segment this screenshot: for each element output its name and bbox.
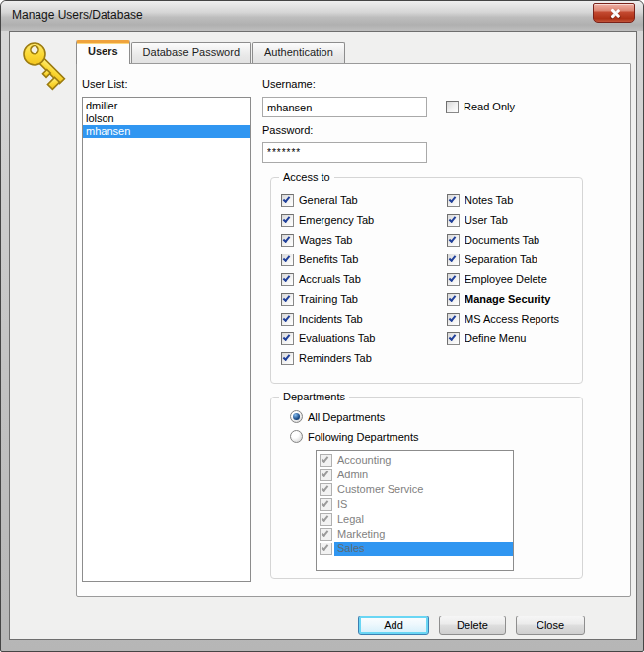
checkbox-icon[interactable]	[320, 513, 332, 526]
checkbox-icon[interactable]	[320, 498, 332, 511]
dialog-window: Manage Users/Database UsersDatabase	[0, 0, 644, 652]
department-item[interactable]: Marketing	[317, 527, 513, 542]
checkbox-icon[interactable]	[320, 528, 332, 541]
user-list-item[interactable]: mhansen	[83, 125, 250, 138]
department-label: Legal	[334, 512, 513, 527]
access-option-wages-tab[interactable]: Wages Tab	[281, 234, 375, 247]
user-list-item[interactable]: lolson	[83, 112, 250, 125]
checkbox-label: Incidents Tab	[299, 313, 363, 326]
checkbox-icon[interactable]	[281, 313, 294, 326]
radio-icon[interactable]	[290, 410, 303, 423]
read-only-option[interactable]: Read Only	[446, 101, 515, 113]
access-option-notes-tab[interactable]: Notes Tab	[447, 194, 559, 207]
key-icon	[20, 39, 71, 99]
access-option-separation-tab[interactable]: Separation Tab	[447, 254, 559, 266]
checkbox-icon[interactable]	[447, 313, 460, 326]
checkbox-icon[interactable]	[447, 234, 460, 247]
department-item[interactable]: Customer Service	[317, 482, 513, 497]
checkmark-icon	[283, 215, 291, 223]
checkbox-label: Training Tab	[299, 293, 358, 306]
radio-label: All Departments	[308, 411, 385, 423]
checkbox-icon[interactable]	[281, 273, 294, 286]
department-item[interactable]: Admin	[317, 468, 513, 482]
department-item[interactable]: Legal	[317, 512, 513, 527]
department-label: Admin	[334, 468, 513, 482]
checkbox-icon[interactable]	[447, 254, 460, 266]
title-bar: Manage Users/Database	[1, 1, 643, 31]
checkbox-icon[interactable]	[281, 194, 294, 207]
tab-database-password[interactable]: Database Password	[131, 42, 251, 63]
checkbox-icon[interactable]	[281, 254, 294, 266]
access-col-left: General TabEmergency TabWages TabBenefit…	[281, 194, 375, 372]
checkbox-label: Emergency Tab	[299, 214, 374, 227]
access-option-reminders-tab[interactable]: Reminders Tab	[281, 352, 375, 365]
checkbox-icon[interactable]	[320, 454, 332, 467]
access-group-title: Access to	[279, 171, 334, 182]
access-option-benefits-tab[interactable]: Benefits Tab	[281, 254, 375, 266]
access-option-emergency-tab[interactable]: Emergency Tab	[281, 214, 375, 227]
access-option-general-tab[interactable]: General Tab	[281, 194, 375, 207]
username-label: Username:	[262, 78, 316, 90]
access-option-accruals-tab[interactable]: Accruals Tab	[281, 273, 375, 286]
checkbox-icon[interactable]	[281, 234, 294, 247]
checkmark-icon	[449, 314, 457, 322]
checkmark-icon	[322, 499, 329, 507]
checkbox-icon[interactable]	[320, 469, 332, 481]
radio-option-following-departments[interactable]: Following Departments	[290, 430, 419, 443]
checkbox-icon[interactable]	[447, 194, 460, 207]
tab-authentication[interactable]: Authentication	[252, 42, 345, 63]
access-option-manage-security[interactable]: Manage Security	[447, 293, 559, 306]
read-only-label: Read Only	[464, 101, 515, 113]
department-item[interactable]: IS	[317, 497, 513, 512]
password-label: Password:	[262, 124, 313, 136]
access-option-training-tab[interactable]: Training Tab	[281, 293, 375, 306]
delete-button[interactable]: Delete	[439, 616, 506, 635]
close-button[interactable]	[593, 3, 635, 23]
add-button[interactable]: Add	[358, 616, 429, 635]
checkbox-icon[interactable]	[447, 332, 460, 345]
user-list-item[interactable]: dmiller	[83, 100, 250, 112]
checkmark-icon	[322, 484, 329, 492]
username-input[interactable]	[262, 97, 427, 117]
password-input[interactable]	[262, 142, 427, 163]
access-option-evaluations-tab[interactable]: Evaluations Tab	[281, 332, 375, 345]
checkmark-icon	[449, 215, 457, 223]
checkmark-icon	[449, 254, 457, 262]
checkbox-label: General Tab	[299, 194, 358, 207]
read-only-checkbox[interactable]	[446, 101, 459, 113]
close-dialog-button[interactable]: Close	[516, 616, 585, 635]
checkbox-icon[interactable]	[320, 543, 332, 555]
checkbox-label: Employee Delete	[465, 273, 547, 286]
checkbox-icon[interactable]	[281, 293, 294, 306]
access-option-user-tab[interactable]: User Tab	[447, 214, 559, 227]
checkbox-label: Notes Tab	[465, 194, 513, 207]
checkmark-icon	[449, 195, 457, 203]
checkbox-icon[interactable]	[281, 332, 294, 345]
checkbox-icon[interactable]	[447, 273, 460, 286]
radio-option-all-departments[interactable]: All Departments	[290, 410, 419, 423]
departments-list[interactable]: AccountingAdminCustomer ServiceISLegalMa…	[316, 450, 514, 571]
department-item[interactable]: Accounting	[317, 453, 513, 468]
department-label: Marketing	[334, 527, 513, 542]
user-list[interactable]: dmillerlolsonmhansen	[82, 97, 251, 582]
access-option-ms-access-reports[interactable]: MS Access Reports	[447, 313, 559, 326]
departments-group-title: Departments	[279, 391, 349, 402]
checkmark-icon	[283, 314, 291, 322]
checkbox-icon[interactable]	[320, 483, 332, 496]
checkmark-icon	[449, 235, 457, 243]
access-option-incidents-tab[interactable]: Incidents Tab	[281, 313, 375, 326]
access-option-employee-delete[interactable]: Employee Delete	[447, 273, 559, 286]
checkbox-icon[interactable]	[281, 214, 294, 227]
department-item[interactable]: Sales	[317, 542, 513, 556]
radio-icon[interactable]	[290, 430, 303, 443]
access-option-define-menu[interactable]: Define Menu	[447, 332, 559, 345]
checkbox-icon[interactable]	[447, 214, 460, 227]
department-label: Sales	[334, 542, 513, 556]
checkbox-icon[interactable]	[281, 352, 294, 365]
checkmark-icon	[283, 235, 291, 243]
checkbox-icon[interactable]	[447, 293, 460, 306]
radio-label: Following Departments	[308, 431, 419, 443]
access-option-documents-tab[interactable]: Documents Tab	[447, 234, 559, 247]
tab-users[interactable]: Users	[76, 40, 130, 64]
checkmark-icon	[449, 333, 457, 341]
